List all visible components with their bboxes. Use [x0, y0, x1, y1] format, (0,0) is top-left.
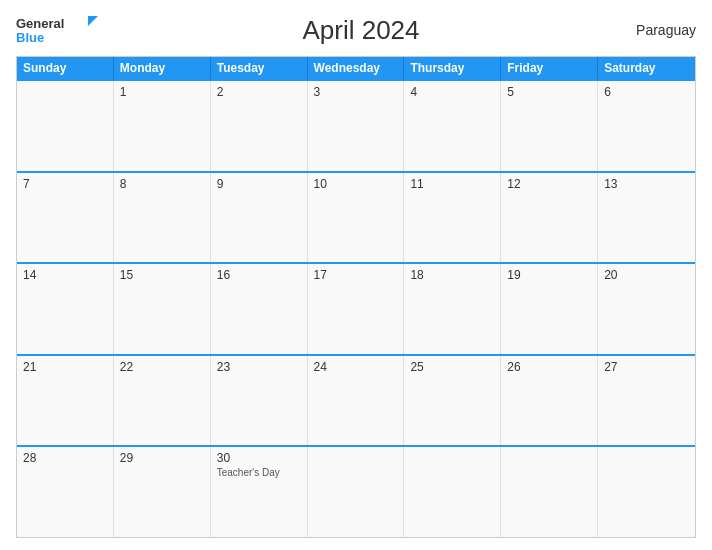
day-cell-empty-33 [501, 447, 598, 537]
day-cell-empty-34 [598, 447, 695, 537]
day-cell-27: 27 [598, 356, 695, 446]
day-cell-9: 9 [211, 173, 308, 263]
logo-svg: General Blue [16, 12, 106, 48]
week-row-1: 1 2 3 4 5 6 [17, 79, 695, 171]
day-cell-24: 24 [308, 356, 405, 446]
svg-marker-1 [88, 16, 98, 26]
day-cell-14: 14 [17, 264, 114, 354]
weeks-container: 1 2 3 4 5 6 7 8 9 10 11 12 13 14 15 [17, 79, 695, 537]
logo: General Blue [16, 12, 106, 48]
day-cell-13: 13 [598, 173, 695, 263]
day-cell-3: 3 [308, 81, 405, 171]
header-tuesday: Tuesday [211, 57, 308, 79]
week-row-3: 14 15 16 17 18 19 20 [17, 262, 695, 354]
header-monday: Monday [114, 57, 211, 79]
week-row-4: 21 22 23 24 25 26 27 [17, 354, 695, 446]
day-cell-26: 26 [501, 356, 598, 446]
day-cell-8: 8 [114, 173, 211, 263]
header-saturday: Saturday [598, 57, 695, 79]
header-wednesday: Wednesday [308, 57, 405, 79]
day-cell-15: 15 [114, 264, 211, 354]
header-friday: Friday [501, 57, 598, 79]
svg-text:General: General [16, 16, 64, 31]
day-cell-28: 28 [17, 447, 114, 537]
day-cell-empty-32 [404, 447, 501, 537]
day-cell-29: 29 [114, 447, 211, 537]
header-thursday: Thursday [404, 57, 501, 79]
day-cell-10: 10 [308, 173, 405, 263]
day-cell-4: 4 [404, 81, 501, 171]
calendar-header: General Blue April 2024 Paraguay [16, 12, 696, 48]
calendar-grid: Sunday Monday Tuesday Wednesday Thursday… [16, 56, 696, 538]
calendar-page: General Blue April 2024 Paraguay Sunday … [0, 0, 712, 550]
day-headers-row: Sunday Monday Tuesday Wednesday Thursday… [17, 57, 695, 79]
country-label: Paraguay [616, 22, 696, 38]
day-cell-23: 23 [211, 356, 308, 446]
day-cell-6: 6 [598, 81, 695, 171]
day-cell-1: 1 [114, 81, 211, 171]
day-cell-17: 17 [308, 264, 405, 354]
day-cell-12: 12 [501, 173, 598, 263]
teachers-day-event: Teacher's Day [217, 467, 301, 478]
day-cell-2: 2 [211, 81, 308, 171]
day-cell-25: 25 [404, 356, 501, 446]
day-cell-11: 11 [404, 173, 501, 263]
day-cell-empty-31 [308, 447, 405, 537]
day-cell-16: 16 [211, 264, 308, 354]
day-cell-empty [17, 81, 114, 171]
day-cell-19: 19 [501, 264, 598, 354]
week-row-5: 28 29 30 Teacher's Day [17, 445, 695, 537]
day-cell-7: 7 [17, 173, 114, 263]
calendar-title: April 2024 [106, 15, 616, 46]
day-cell-21: 21 [17, 356, 114, 446]
day-cell-20: 20 [598, 264, 695, 354]
day-cell-22: 22 [114, 356, 211, 446]
day-cell-30: 30 Teacher's Day [211, 447, 308, 537]
svg-text:Blue: Blue [16, 30, 44, 45]
header-sunday: Sunday [17, 57, 114, 79]
week-row-2: 7 8 9 10 11 12 13 [17, 171, 695, 263]
day-cell-5: 5 [501, 81, 598, 171]
day-cell-18: 18 [404, 264, 501, 354]
